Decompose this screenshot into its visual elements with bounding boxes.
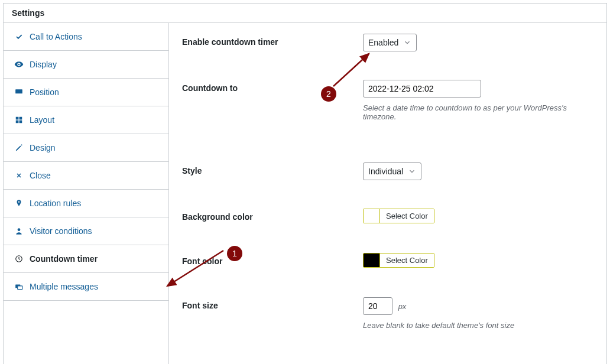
svg-point-5 (18, 228, 21, 231)
sidebar-item-countdown-timer[interactable]: Countdown timer (4, 245, 168, 273)
font-size-unit: px (398, 302, 407, 311)
sidebar-item-display[interactable]: Display (4, 51, 168, 79)
sidebar-item-location-rules[interactable]: Location rules (4, 190, 168, 217)
svg-rect-8 (18, 286, 22, 290)
bg-color-picker[interactable]: Select Color (363, 209, 434, 223)
annotation-arrow-1 (164, 251, 342, 339)
sidebar-item-design[interactable]: Design (4, 134, 168, 162)
sidebar-item-layout[interactable]: Layout (4, 106, 168, 134)
select-color-button[interactable]: Select Color (380, 254, 434, 267)
svg-rect-0 (15, 89, 22, 93)
font-size-input[interactable] (363, 297, 392, 315)
x-icon (14, 171, 24, 180)
annotation-arrow-2 (333, 51, 511, 139)
annotation-bubble-1: 1 (227, 246, 242, 261)
settings-header: Settings (4, 4, 606, 23)
sidebar-item-call-to-actions[interactable]: Call to Actions (4, 23, 168, 51)
sidebar-item-label: Location rules (30, 199, 81, 208)
font-color-picker[interactable]: Select Color (363, 253, 434, 268)
settings-sidebar: Call to Actions Display Position Layout … (4, 23, 169, 364)
svg-rect-3 (16, 121, 19, 124)
svg-line-10 (167, 251, 223, 286)
bg-color-label: Background color (182, 209, 363, 225)
font-size-help: Leave blank to take default theme's font… (363, 321, 596, 330)
sidebar-item-label: Countdown timer (30, 254, 98, 264)
clock-icon (14, 254, 24, 264)
chevron-down-icon (403, 38, 411, 47)
color-swatch-light (364, 209, 380, 223)
chevron-down-icon (408, 167, 416, 176)
user-icon (14, 226, 24, 236)
svg-rect-2 (20, 117, 22, 120)
eye-icon (14, 60, 24, 69)
sidebar-item-label: Close (30, 171, 51, 180)
enable-select[interactable]: Enabled (363, 34, 417, 51)
sidebar-item-multiple-messages[interactable]: Multiple messages (4, 273, 168, 301)
sidebar-item-label: Visitor conditions (30, 226, 92, 236)
sidebar-item-label: Display (30, 60, 57, 69)
map-icon (14, 199, 24, 208)
sidebar-item-label: Layout (30, 115, 54, 125)
sidebar-item-label: Design (30, 143, 56, 152)
svg-line-9 (333, 54, 369, 86)
pencil-icon (14, 143, 24, 152)
grid-icon (14, 115, 24, 125)
sidebar-item-label: Call to Actions (30, 32, 82, 41)
enable-label: Enable countdown timer (182, 34, 363, 51)
sidebar-item-position[interactable]: Position (4, 79, 168, 106)
color-swatch-dark (364, 254, 380, 267)
select-color-button[interactable]: Select Color (380, 209, 434, 223)
sidebar-item-visitor-conditions[interactable]: Visitor conditions (4, 217, 168, 245)
svg-rect-4 (20, 121, 22, 124)
style-label: Style (182, 162, 363, 180)
messages-icon (14, 282, 24, 291)
sidebar-item-label: Position (30, 87, 59, 97)
check-icon (14, 32, 24, 41)
style-select[interactable]: Individual (363, 162, 421, 180)
sidebar-item-close[interactable]: Close (4, 162, 168, 190)
annotation-bubble-2: 2 (321, 86, 336, 102)
svg-rect-1 (16, 117, 19, 120)
rect-icon (14, 87, 24, 97)
sidebar-item-label: Multiple messages (30, 282, 98, 291)
